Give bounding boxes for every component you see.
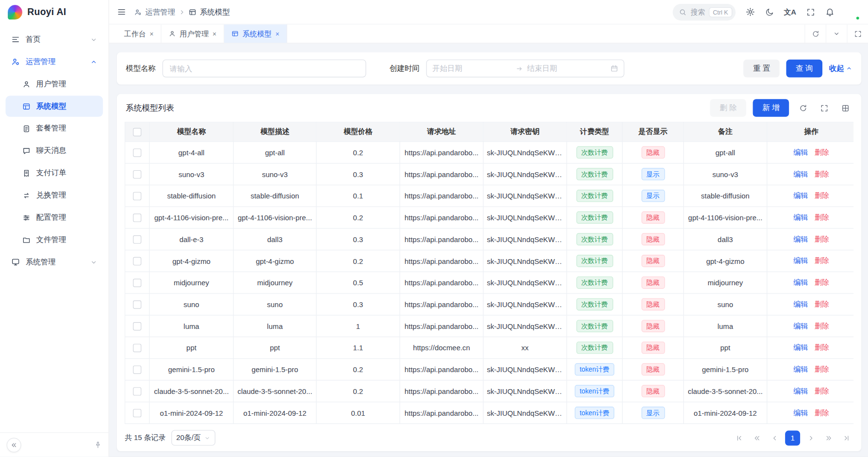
table-fullscreen-button[interactable] <box>817 104 832 112</box>
menu-toggle-button[interactable] <box>117 7 126 16</box>
close-icon[interactable] <box>149 31 153 37</box>
row-checkbox[interactable] <box>133 300 141 309</box>
edit-link[interactable]: 编辑 <box>793 408 808 417</box>
edit-link[interactable]: 编辑 <box>793 322 808 330</box>
delete-link[interactable]: 删除 <box>815 322 829 330</box>
breadcrumb-system-model[interactable]: 系统模型 <box>189 7 230 17</box>
language-button[interactable]: 文A <box>784 7 796 17</box>
row-checkbox[interactable] <box>133 235 141 244</box>
edit-link[interactable]: 编辑 <box>793 170 808 178</box>
edit-link[interactable]: 编辑 <box>793 278 808 286</box>
sidebar-item-label: 系统管理 <box>26 257 56 267</box>
tab-system-model[interactable]: 系统模型 <box>224 24 287 43</box>
tab-menu-button[interactable] <box>826 24 847 43</box>
first-page-button[interactable] <box>732 431 746 445</box>
delete-link[interactable]: 删除 <box>815 191 829 199</box>
sidebar-collapse-button[interactable] <box>7 438 21 452</box>
row-checkbox[interactable] <box>133 170 141 179</box>
select-all-checkbox[interactable] <box>133 128 141 136</box>
delete-link[interactable]: 删除 <box>815 235 829 243</box>
edit-link[interactable]: 编辑 <box>793 257 808 265</box>
fullscreen-button[interactable] <box>806 7 815 16</box>
model-name-input[interactable] <box>163 60 366 78</box>
close-icon[interactable] <box>213 31 216 37</box>
refresh-table-button[interactable] <box>796 104 810 112</box>
tab-user-management[interactable]: 用户管理 <box>162 24 225 43</box>
tab-workbench[interactable]: 工作台 <box>117 24 162 43</box>
delete-link[interactable]: 删除 <box>815 278 829 286</box>
sidebar-item-redeem-management[interactable]: 兑换管理 <box>5 185 103 206</box>
pin-icon[interactable] <box>94 441 102 449</box>
row-checkbox[interactable] <box>133 344 141 352</box>
sidebar-item-system-management[interactable]: 系统管理 <box>5 251 103 273</box>
close-icon[interactable] <box>276 31 279 37</box>
delete-link[interactable]: 删除 <box>815 408 829 417</box>
edit-link[interactable]: 编辑 <box>793 300 808 308</box>
delete-link[interactable]: 删除 <box>815 387 829 395</box>
row-checkbox[interactable] <box>133 365 141 374</box>
current-page-button[interactable]: 1 <box>785 430 800 445</box>
forward-five-pages-button[interactable] <box>821 431 836 445</box>
delete-link[interactable]: 删除 <box>815 365 829 373</box>
delete-link[interactable]: 删除 <box>815 343 829 352</box>
back-five-pages-button[interactable] <box>750 431 764 445</box>
row-checkbox[interactable] <box>133 387 141 395</box>
query-button[interactable]: 查 询 <box>786 60 822 78</box>
edit-link[interactable]: 编辑 <box>793 213 808 221</box>
global-search[interactable]: 搜索 Ctrl K <box>673 3 736 20</box>
sidebar-item-user-management[interactable]: 用户管理 <box>5 73 103 95</box>
theme-toggle-button[interactable] <box>765 7 773 16</box>
sidebar-item-operations[interactable]: 运营管理 <box>5 51 103 73</box>
edit-link[interactable]: 编辑 <box>793 387 808 395</box>
delete-link[interactable]: 删除 <box>815 148 829 156</box>
batch-delete-button[interactable]: 删 除 <box>710 99 746 117</box>
add-button[interactable]: 新 增 <box>753 99 789 117</box>
row-select-cell <box>125 380 149 402</box>
settings-button[interactable] <box>745 7 754 16</box>
row-checkbox[interactable] <box>133 192 141 200</box>
sidebar-item-system-model[interactable]: 系统模型 <box>5 96 103 117</box>
delete-link[interactable]: 删除 <box>815 257 829 265</box>
row-checkbox[interactable] <box>133 213 141 222</box>
notifications-button[interactable] <box>825 7 835 16</box>
sidebar-item-home[interactable]: 首页 <box>5 29 103 50</box>
page-size-select[interactable]: 20条/页 <box>171 430 215 445</box>
logo[interactable]: Ruoyi AI <box>0 0 109 24</box>
edit-link[interactable]: 编辑 <box>793 343 808 352</box>
reset-button[interactable]: 重 置 <box>744 60 780 78</box>
last-page-button[interactable] <box>839 431 853 445</box>
table-row: suno-v3 suno-v3 0.3 https://api.pandarob… <box>125 163 853 185</box>
next-page-button[interactable] <box>803 431 818 445</box>
refresh-tab-button[interactable] <box>804 24 826 43</box>
prev-page-button[interactable] <box>767 431 782 445</box>
sidebar-item-chat-messages[interactable]: 聊天消息 <box>5 140 103 162</box>
row-checkbox[interactable] <box>133 279 141 287</box>
collapse-filter-link[interactable]: 收起 <box>829 64 852 74</box>
sidebar-item-file-management[interactable]: 文件管理 <box>5 229 103 250</box>
delete-link[interactable]: 删除 <box>815 300 829 308</box>
row-checkbox[interactable] <box>133 322 141 330</box>
request-url-cell: https://api.pandarobo... <box>400 228 483 250</box>
billing-type-cell: 次数计费 <box>567 207 622 228</box>
row-checkbox[interactable] <box>133 257 141 265</box>
column-settings-button[interactable] <box>838 104 852 112</box>
row-checkbox[interactable] <box>133 409 141 417</box>
date-range-picker[interactable]: 开始日期 结束日期 <box>426 60 624 78</box>
delete-link[interactable]: 删除 <box>815 170 829 178</box>
remark-cell: claude-3-5-sonnet-20... <box>684 380 767 402</box>
breadcrumb-operations[interactable]: 运营管理 <box>134 7 175 17</box>
edit-link[interactable]: 编辑 <box>793 191 808 199</box>
row-checkbox[interactable] <box>133 148 141 157</box>
content-fullscreen-button[interactable] <box>847 24 868 43</box>
sidebar-item-package-management[interactable]: 套餐管理 <box>5 118 103 139</box>
model-name-cell: luma <box>149 315 233 337</box>
sidebar-item-config-management[interactable]: 配置管理 <box>5 207 103 228</box>
edit-link[interactable]: 编辑 <box>793 235 808 243</box>
sidebar-item-payment-orders[interactable]: 支付订单 <box>5 163 103 184</box>
table-row: gpt-4-1106-vision-pre... gpt-4-1106-visi… <box>125 207 853 228</box>
edit-link[interactable]: 编辑 <box>793 148 808 156</box>
user-avatar[interactable] <box>845 5 859 19</box>
actions-cell: 编辑删除 <box>767 163 853 185</box>
delete-link[interactable]: 删除 <box>815 213 829 221</box>
edit-link[interactable]: 编辑 <box>793 365 808 373</box>
